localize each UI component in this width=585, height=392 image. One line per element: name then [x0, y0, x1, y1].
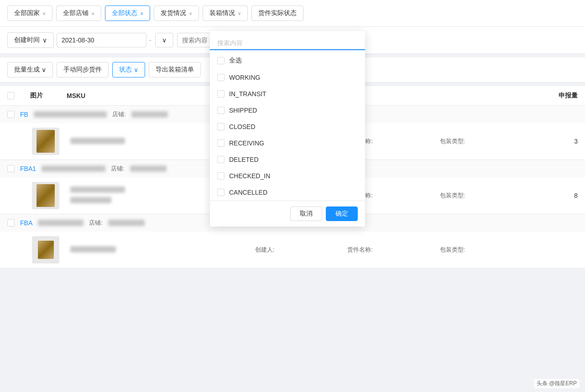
- working-checkbox[interactable]: [217, 74, 225, 81]
- status-dropdown-chevron-icon: ∨: [134, 66, 138, 73]
- select-all-checkbox[interactable]: [217, 57, 225, 64]
- country-filter-label: 全部国家: [14, 9, 40, 17]
- status-filter[interactable]: 全部状态 ∧: [105, 5, 150, 21]
- in-transit-checkbox[interactable]: [217, 90, 225, 98]
- store-filter-label: 全部店铺: [63, 9, 89, 17]
- in-transit-label: IN_TRANSIT: [229, 90, 266, 98]
- actual-status-filter-label: 货件实际状态: [258, 9, 297, 17]
- date-type-label: 创建时间: [14, 36, 40, 44]
- row3-packing: 包装类型:: [440, 246, 530, 254]
- country-filter[interactable]: 全部国家 ∨: [7, 5, 52, 21]
- row1-checkbox[interactable]: [7, 111, 15, 118]
- row2-checkbox[interactable]: [7, 165, 15, 172]
- dropdown-item-cancelled[interactable]: CANCELLED: [210, 184, 365, 201]
- row1-image: [32, 128, 59, 155]
- row3-goods: 货件名称:: [347, 246, 438, 254]
- header-checkbox[interactable]: [7, 92, 15, 99]
- shipping-chevron-icon: ∨: [189, 11, 192, 16]
- date-start-input[interactable]: [57, 33, 146, 47]
- dropdown-list: 全选 WORKING IN_TRANSIT SHIPPED CLOSED REC…: [210, 52, 365, 201]
- page-container: 全部国家 ∨ 全部店铺 ∨ 全部状态 ∧ 发货情况 ∨ 装箱情况 ∨ 货件实际状…: [0, 0, 585, 392]
- row3-msku: [70, 246, 161, 254]
- dropdown-item-deleted[interactable]: DELETED: [210, 151, 365, 168]
- dropdown-search-input[interactable]: [217, 36, 358, 49]
- row3-blurred-name: [38, 220, 84, 226]
- shipped-checkbox[interactable]: [217, 107, 225, 114]
- deleted-label: DELETED: [229, 156, 259, 163]
- cancelled-label: CANCELLED: [229, 189, 267, 196]
- dropdown-search-container: [210, 31, 365, 50]
- dropdown-item-select-all[interactable]: 全选: [210, 52, 365, 69]
- row2-msku-blurred2: [70, 197, 111, 203]
- closed-label: CLOSED: [229, 123, 256, 130]
- row2-code[interactable]: FBA1: [20, 165, 36, 172]
- row1-store-blurred: [131, 111, 168, 118]
- packing-filter-label: 装箱情况: [209, 9, 235, 17]
- store-filter[interactable]: 全部店铺 ∨: [56, 5, 101, 21]
- deleted-checkbox[interactable]: [217, 156, 225, 163]
- dropdown-item-checked-in[interactable]: CHECKED_IN: [210, 168, 365, 184]
- row3-body: 创建人: 货件名称: 包装类型:: [0, 232, 585, 268]
- status-chevron-icon: ∧: [140, 11, 143, 16]
- dropdown-confirm-button[interactable]: 确定: [326, 206, 358, 221]
- status-dropdown-label: 状态: [119, 66, 132, 74]
- row2-image-inner: [37, 184, 55, 207]
- filter-bar: 全部国家 ∨ 全部店铺 ∨ 全部状态 ∧ 发货情况 ∨ 装箱情况 ∨ 货件实际状…: [0, 0, 585, 27]
- row3-store-blurred: [108, 220, 145, 226]
- shipping-filter[interactable]: 发货情况 ∨: [154, 5, 199, 21]
- dropdown-item-in-transit[interactable]: IN_TRANSIT: [210, 86, 365, 102]
- header-msku: MSKU: [67, 92, 160, 99]
- extra-date-chevron-icon: ∨: [162, 36, 167, 44]
- date-dash: -: [149, 36, 151, 44]
- actual-status-filter[interactable]: 货件实际状态: [251, 5, 303, 21]
- closed-checkbox[interactable]: [217, 123, 225, 130]
- date-type-select[interactable]: 创建时间 ∨: [7, 32, 54, 48]
- batch-generate-button[interactable]: 批量生成 ∨: [7, 62, 53, 77]
- header-checkbox-col: [7, 92, 30, 99]
- packing-chevron-icon: ∨: [238, 11, 241, 16]
- row1-blurred-name: [34, 111, 107, 118]
- row3-msku-blurred: [70, 246, 116, 253]
- row1-qty: 3: [532, 138, 578, 145]
- dropdown-item-shipped[interactable]: SHIPPED: [210, 102, 365, 119]
- export-button[interactable]: 导出装箱清单: [149, 62, 201, 77]
- dropdown-item-closed[interactable]: CLOSED: [210, 119, 365, 135]
- header-qty: 申报量: [532, 92, 578, 100]
- batch-generate-chevron-icon: ∨: [42, 66, 46, 73]
- watermark: 头条 @领星ERP: [534, 379, 580, 388]
- row2-packing: 包装类型:: [440, 191, 530, 200]
- select-all-label: 全选: [229, 57, 242, 65]
- row3-creator: 创建人:: [255, 246, 345, 254]
- packing-filter[interactable]: 装箱情况 ∨: [203, 5, 248, 21]
- row2-blurred-name: [42, 165, 105, 172]
- status-dropdown-button[interactable]: 状态 ∨: [112, 62, 145, 77]
- row2-store-label: 店铺:: [111, 165, 125, 173]
- extra-date-select[interactable]: ∨: [155, 33, 173, 47]
- row2-store-blurred: [130, 165, 167, 172]
- date-type-chevron-icon: ∨: [42, 36, 47, 44]
- working-label: WORKING: [229, 74, 260, 81]
- row1-msku: [70, 138, 161, 145]
- batch-generate-label: 批量生成: [14, 66, 40, 74]
- dropdown-item-receiving[interactable]: RECEIVING: [210, 135, 365, 151]
- dropdown-item-working[interactable]: WORKING: [210, 69, 365, 86]
- row2-qty: 8: [532, 192, 578, 199]
- sync-goods-button[interactable]: 手动同步货件: [57, 62, 109, 77]
- row3-image: [32, 236, 59, 263]
- shipped-label: SHIPPED: [229, 107, 257, 114]
- dropdown-footer: 取消 确定: [210, 201, 365, 227]
- export-label: 导出装箱清单: [156, 66, 194, 73]
- row3-checkbox[interactable]: [7, 219, 15, 227]
- row2-msku-blurred: [70, 186, 125, 193]
- row1-code[interactable]: FB: [20, 111, 28, 118]
- row2-msku: [70, 186, 161, 205]
- cancelled-checkbox[interactable]: [217, 189, 225, 196]
- row1-packing: 包装类型:: [440, 137, 530, 145]
- dropdown-cancel-button[interactable]: 取消: [290, 206, 322, 221]
- row3-code[interactable]: FBA: [20, 219, 32, 227]
- receiving-checkbox[interactable]: [217, 139, 225, 147]
- date-picker-group: 创建时间 ∨ -: [7, 32, 151, 48]
- checked-in-checkbox[interactable]: [217, 172, 225, 180]
- receiving-label: RECEIVING: [229, 139, 264, 147]
- row2-image: [32, 182, 59, 209]
